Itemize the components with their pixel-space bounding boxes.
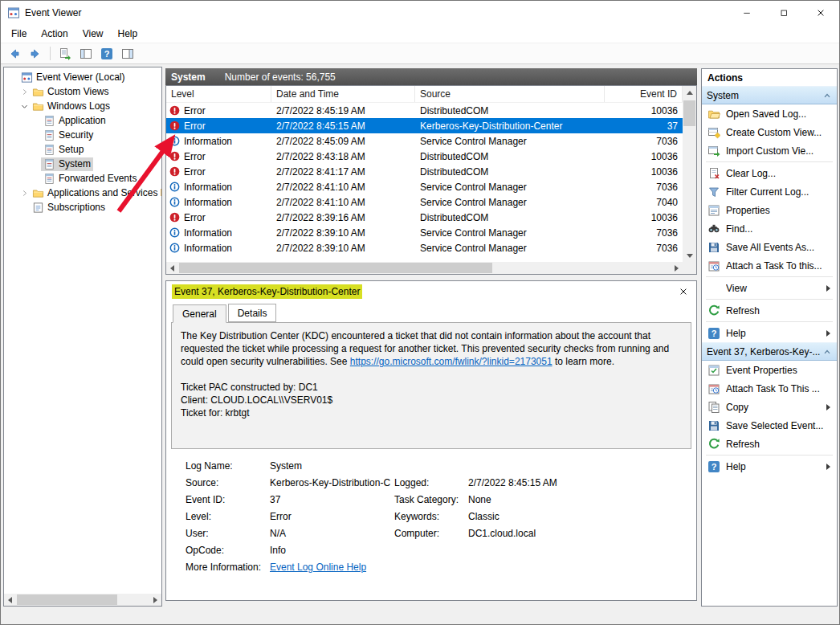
field-label: Level: <box>186 511 270 522</box>
detail-field-row: Event ID:37Task Category:None <box>171 494 691 511</box>
action-event-properties[interactable]: Event Properties <box>702 361 837 379</box>
action-import-custom-vie[interactable]: Import Custom Vie... <box>702 141 837 160</box>
event-list: LevelDate and TimeSourceEvent ID Error2/… <box>165 85 697 275</box>
tree-item-application[interactable]: Application <box>4 113 161 128</box>
event-row[interactable]: Error2/7/2022 8:39:16 AMDistributedCOM10… <box>166 210 683 225</box>
tree-item-applications-and-services-lo[interactable]: Applications and Services Lo <box>4 186 161 200</box>
scroll-down-button[interactable] <box>683 249 696 262</box>
action-label: Save All Events As... <box>726 242 833 253</box>
tree-collapsed-chevron-icon[interactable] <box>18 187 30 198</box>
scroll-thumb[interactable] <box>179 263 492 273</box>
toolbar-back-button[interactable] <box>5 45 24 62</box>
vertical-scrollbar[interactable] <box>683 86 696 262</box>
toolbar-console-tree-button[interactable] <box>76 45 96 62</box>
scroll-thumb[interactable] <box>683 100 695 126</box>
detail-field-row: Level:ErrorKeywords:Classic <box>171 511 691 528</box>
arrow-left-icon <box>8 47 21 60</box>
action-properties[interactable]: Properties <box>702 201 837 219</box>
action-filter-current-log[interactable]: Filter Current Log... <box>702 182 837 201</box>
tree-node: Custom Views <box>30 85 111 99</box>
toolbar-forward-button[interactable] <box>26 45 45 62</box>
level-label: Information <box>184 136 232 147</box>
action-save-all-events-as[interactable]: Save All Events As... <box>702 238 837 256</box>
action-clear-log[interactable]: Clear Log... <box>702 164 837 182</box>
minimize-button[interactable] <box>728 1 765 25</box>
action-refresh[interactable]: Refresh <box>702 301 837 320</box>
tab-general[interactable]: General <box>173 304 226 323</box>
column-header-level[interactable]: Level <box>166 86 271 102</box>
action-create-custom-view[interactable]: Create Custom View... <box>702 123 837 141</box>
collapse-chevron-icon[interactable] <box>822 347 832 357</box>
tree-item-forwarded-events[interactable]: Forwarded Events <box>4 171 161 186</box>
event-row[interactable]: Information2/7/2022 8:41:10 AMService Co… <box>166 194 683 210</box>
scroll-right-button[interactable] <box>149 594 161 606</box>
tree-node: Event Viewer (Local) <box>18 71 128 84</box>
scroll-thumb[interactable] <box>17 594 117 605</box>
export-icon <box>59 47 71 60</box>
toolbar-export-list-button[interactable] <box>55 45 75 62</box>
tree-node: Subscriptions <box>30 201 108 214</box>
horizontal-scrollbar[interactable] <box>166 262 683 274</box>
detail-close-button[interactable] <box>676 284 691 299</box>
field-value: 37 <box>270 494 394 505</box>
toolbar-action-pane-button[interactable] <box>118 45 137 62</box>
column-header-source[interactable]: Source <box>415 86 605 102</box>
level-label: Error <box>184 121 206 132</box>
tree-item-security[interactable]: Security <box>4 128 161 142</box>
event-row[interactable]: Error2/7/2022 8:41:17 AMDistributedCOM10… <box>166 164 683 179</box>
close-button[interactable] <box>802 1 839 25</box>
collapse-chevron-icon[interactable] <box>822 91 832 100</box>
source-cell: DistributedCOM <box>415 212 605 223</box>
description-paragraph: The Key Distribution Center (KDC) encoun… <box>181 329 682 368</box>
action-attach-a-task-to-this[interactable]: Attach a Task To this... <box>702 256 837 275</box>
column-header-date-and-time[interactable]: Date and Time <box>271 86 415 102</box>
tree-item-windows-logs[interactable]: Windows Logs <box>4 99 161 113</box>
tree-expanded-chevron-icon[interactable] <box>18 100 30 112</box>
action-help[interactable]: ?Help <box>702 324 837 342</box>
menu-file[interactable]: File <box>4 26 34 42</box>
action-refresh[interactable]: Refresh <box>702 435 837 453</box>
open-folder-icon <box>707 108 720 121</box>
event-log-online-help-link[interactable]: Event Log Online Help <box>270 562 394 573</box>
event-row[interactable]: Error2/7/2022 8:45:19 AMDistributedCOM10… <box>166 103 683 118</box>
menu-action[interactable]: Action <box>34 26 75 42</box>
event-row[interactable]: Error2/7/2022 8:43:18 AMDistributedCOM10… <box>166 149 683 164</box>
scroll-up-button[interactable] <box>683 86 696 99</box>
scroll-right-button[interactable] <box>671 262 683 274</box>
action-help[interactable]: ?Help <box>702 457 837 476</box>
tree-item-setup[interactable]: Setup <box>4 142 161 157</box>
event-row[interactable]: Error2/7/2022 8:45:15 AMKerberos-Key-Dis… <box>166 118 683 133</box>
event-id-cell: 7036 <box>605 182 683 193</box>
tab-details[interactable]: Details <box>228 304 277 322</box>
menu-view[interactable]: View <box>75 26 111 42</box>
level-label: Error <box>184 212 206 223</box>
column-header-event-id[interactable]: Event ID <box>605 86 683 102</box>
action-copy[interactable]: Copy <box>702 398 837 416</box>
tree-collapsed-chevron-icon[interactable] <box>18 86 30 97</box>
actions-section-event-37-header[interactable]: Event 37, Kerberos-Key-... <box>702 342 837 361</box>
action-view[interactable]: View <box>702 279 837 297</box>
maximize-button[interactable] <box>765 1 802 25</box>
menu-help[interactable]: Help <box>111 26 145 42</box>
tree-item-event-viewer-local[interactable]: Event Viewer (Local) <box>4 70 161 84</box>
tree-item-subscriptions[interactable]: Subscriptions <box>4 200 161 214</box>
fwlink-link[interactable]: https://go.microsoft.com/fwlink/?linkid=… <box>350 356 553 367</box>
actions-section-system-header[interactable]: System <box>702 86 837 104</box>
event-row[interactable]: Information2/7/2022 8:41:10 AMService Co… <box>166 179 683 194</box>
event-row[interactable]: Information2/7/2022 8:39:10 AMService Co… <box>166 240 683 255</box>
action-find[interactable]: Find... <box>702 219 837 238</box>
scroll-left-button[interactable] <box>166 262 178 274</box>
action-attach-task-to-this[interactable]: Attach Task To This ... <box>702 379 837 398</box>
action-save-selected-event[interactable]: Save Selected Event... <box>702 416 837 435</box>
event-row[interactable]: Information2/7/2022 8:45:09 AMService Co… <box>166 133 683 149</box>
action-open-saved-log[interactable]: Open Saved Log... <box>702 104 837 123</box>
svg-text:?: ? <box>712 329 717 338</box>
tree-label: Forwarded Events <box>59 173 137 184</box>
tree-item-custom-views[interactable]: Custom Views <box>4 84 161 99</box>
event-row[interactable]: Information2/7/2022 8:39:10 AMService Co… <box>166 225 683 240</box>
level-cell: Information <box>166 197 271 208</box>
tree-item-system[interactable]: System <box>4 157 161 171</box>
toolbar-help-button[interactable]: ? <box>97 45 116 62</box>
scroll-left-button[interactable] <box>4 594 16 606</box>
tree-horizontal-scrollbar[interactable] <box>4 594 161 606</box>
